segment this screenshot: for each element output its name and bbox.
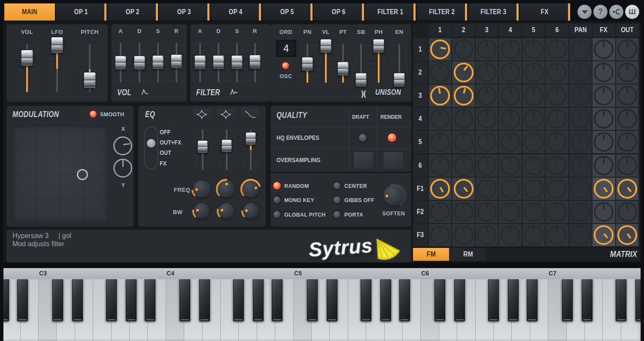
tab-filter-3[interactable]: FILTER 3 (468, 3, 519, 21)
slider-handle[interactable] (320, 39, 332, 53)
matrix-knob[interactable] (594, 109, 614, 129)
matrix-cell-4-pan[interactable] (569, 108, 592, 130)
matrix-knob[interactable] (454, 86, 474, 106)
matrix-cell-5-5[interactable] (522, 131, 545, 153)
eq-mode-fx[interactable]: FX (160, 160, 167, 167)
matrix-cell-4-fx[interactable] (592, 108, 615, 130)
matrix-knob[interactable] (501, 109, 520, 129)
matrix-cell-5-3[interactable] (476, 131, 498, 153)
black-key-g-sharp3[interactable] (126, 279, 137, 321)
matrix-cell-6-1[interactable] (429, 154, 451, 177)
black-key-d-sharp3[interactable] (72, 279, 83, 321)
bw-knob-2[interactable] (217, 202, 236, 220)
matrix-knob[interactable] (477, 179, 497, 199)
matrix-cell-3-1[interactable] (429, 84, 451, 107)
matrix-knob[interactable] (501, 156, 520, 175)
matrix-knob[interactable] (454, 109, 474, 129)
slider-SB[interactable] (354, 44, 368, 83)
matrix-cell-4-2[interactable] (452, 108, 474, 130)
matrix-knob[interactable] (501, 63, 520, 82)
matrix-cell-2-2[interactable] (452, 61, 474, 84)
black-key-a-sharp5[interactable] (399, 279, 410, 321)
matrix-knob[interactable] (571, 202, 590, 222)
matrix-knob[interactable] (571, 63, 590, 82)
keyboard-button[interactable]: Ш (625, 5, 639, 19)
matrix-knob[interactable] (571, 225, 590, 245)
matrix-knob[interactable] (617, 109, 637, 129)
dropdown-arrow-button[interactable] (577, 5, 592, 19)
matrix-knob[interactable] (454, 225, 474, 245)
matrix-cell-4-3[interactable] (476, 108, 498, 130)
matrix-cell-3-pan[interactable] (569, 84, 592, 107)
slider-D[interactable] (132, 43, 147, 82)
unison-order-value[interactable]: 4 (276, 40, 296, 57)
rm-tab[interactable]: RM (450, 248, 486, 261)
matrix-knob[interactable] (594, 63, 614, 82)
slider-handle[interactable] (302, 57, 313, 71)
matrix-cell-1-3[interactable] (476, 38, 498, 60)
matrix-knob[interactable] (547, 202, 567, 222)
tab-fx[interactable]: FX (519, 3, 570, 21)
matrix-knob[interactable] (430, 202, 450, 222)
matrix-knob[interactable] (571, 156, 590, 175)
matrix-knob[interactable] (477, 39, 497, 59)
matrix-knob[interactable] (571, 86, 590, 106)
matrix-knob[interactable] (547, 63, 567, 82)
slider-handle[interactable] (84, 72, 96, 88)
matrix-knob[interactable] (477, 225, 497, 245)
eq-mode-out[interactable]: OUT (160, 149, 171, 156)
tab-op-6[interactable]: OP 6 (313, 3, 364, 21)
matrix-cell-2-pan[interactable] (569, 61, 592, 84)
matrix-knob[interactable] (454, 179, 474, 199)
matrix-cell-f1-4[interactable] (499, 178, 521, 200)
matrix-cell-1-4[interactable] (499, 38, 521, 60)
radio-center[interactable]: CENTER (333, 182, 369, 190)
matrix-cell-5-pan[interactable] (569, 131, 592, 153)
tab-op-5[interactable]: OP 5 (262, 3, 313, 21)
matrix-knob[interactable] (617, 179, 637, 199)
black-key-f-sharp4[interactable] (233, 279, 244, 321)
radio-random[interactable]: RANDOM (273, 182, 311, 190)
matrix-cell-f3-4[interactable] (499, 224, 521, 246)
modulation-xy-pad[interactable] (12, 126, 108, 222)
matrix-knob[interactable] (501, 39, 520, 59)
slider-LFO[interactable] (50, 44, 64, 92)
matrix-knob[interactable] (547, 156, 567, 175)
matrix-knob[interactable] (501, 132, 520, 152)
oversampling-render-box[interactable] (383, 151, 404, 169)
slider-PH[interactable] (371, 44, 386, 83)
matrix-cell-3-4[interactable] (499, 84, 521, 107)
matrix-cell-2-5[interactable] (522, 61, 545, 84)
matrix-cell-2-1[interactable] (429, 61, 451, 84)
slider-handle[interactable] (134, 56, 146, 70)
matrix-knob[interactable] (547, 86, 567, 106)
matrix-knob[interactable] (594, 39, 614, 59)
matrix-cell-6-6[interactable] (546, 154, 568, 177)
matrix-cell-f3-5[interactable] (522, 224, 545, 246)
matrix-knob[interactable] (594, 156, 614, 175)
matrix-knob[interactable] (594, 225, 614, 245)
black-key-g-sharp4[interactable] (253, 279, 264, 321)
matrix-knob[interactable] (501, 86, 520, 106)
matrix-knob[interactable] (477, 156, 497, 175)
matrix-cell-f1-3[interactable] (476, 178, 498, 200)
black-key-d-sharp4[interactable] (199, 279, 210, 321)
freq-knob-1[interactable] (191, 179, 212, 199)
matrix-cell-6-2[interactable] (452, 154, 474, 177)
mod-y-knob[interactable] (113, 159, 132, 178)
matrix-cell-5-2[interactable] (452, 131, 474, 153)
matrix-cell-f3-6[interactable] (546, 224, 568, 246)
matrix-knob[interactable] (617, 132, 637, 152)
black-key-g-sharp6[interactable] (508, 279, 519, 321)
slider-EN[interactable] (392, 44, 407, 83)
smooth-radio[interactable]: SMOOTH (90, 111, 126, 118)
black-key-d-sharp7[interactable] (582, 279, 592, 321)
black-key-a-sharp4[interactable] (272, 279, 283, 321)
matrix-knob[interactable] (454, 202, 474, 222)
black-key-c-sharp3[interactable] (52, 279, 63, 321)
oversampling-draft-box[interactable] (353, 151, 374, 169)
black-key-g-sharp7[interactable] (635, 279, 641, 321)
matrix-cell-2-fx[interactable] (592, 61, 615, 84)
slider-band[interactable] (243, 130, 258, 170)
matrix-knob[interactable] (617, 156, 637, 175)
